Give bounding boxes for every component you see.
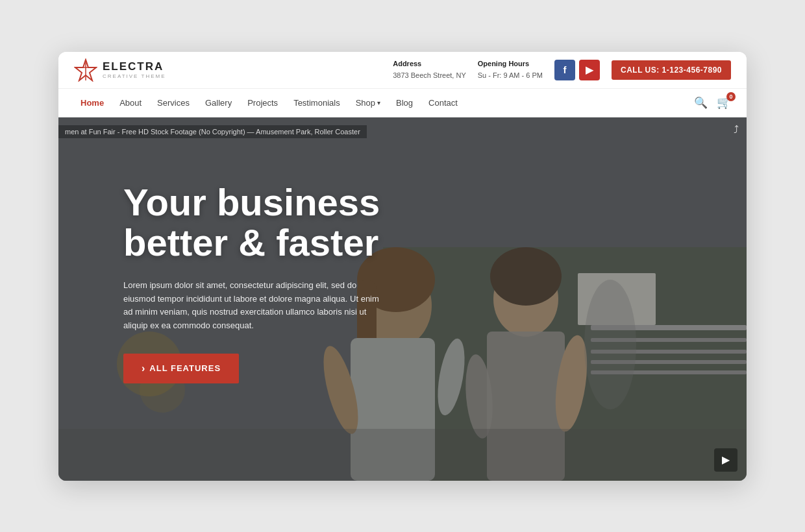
nav-item-blog[interactable]: Blog [390, 95, 419, 110]
nav-link-testimonials[interactable]: Testimonials [287, 95, 347, 110]
hours-label: Opening Hours [478, 58, 543, 70]
cart-button[interactable]: 🛒 0 [717, 95, 731, 110]
youtube-button[interactable]: ▶ [579, 60, 600, 80]
facebook-button[interactable]: f [554, 60, 575, 80]
nav-item-gallery[interactable]: Gallery [199, 95, 238, 110]
play-button[interactable]: ▶ [714, 448, 737, 472]
nav-link-services[interactable]: Services [151, 95, 196, 110]
nav-link-about[interactable]: About [113, 95, 148, 110]
nav-link-home[interactable]: Home [74, 95, 110, 110]
address-block: Address 3873 Beech Street, NY [393, 58, 466, 81]
top-bar: ELECTRA CREATIVE THEME Address 3873 Beec… [58, 52, 747, 89]
header-right: Address 3873 Beech Street, NY Opening Ho… [393, 58, 731, 81]
shop-dropdown-icon: ▾ [377, 99, 380, 106]
logo-text: ELECTRA CREATIVE THEME [103, 60, 166, 79]
hours-value: Su - Fr: 9 AM - 6 PM [478, 70, 543, 82]
hero-section: men at Fun Fair - Free HD Stock Footage … [58, 117, 747, 481]
nav-link-projects[interactable]: Projects [241, 95, 284, 110]
nav-item-home[interactable]: Home [74, 95, 110, 110]
nav-item-contact[interactable]: Contact [422, 95, 464, 110]
logo-sub: CREATIVE THEME [103, 73, 166, 79]
nav-item-projects[interactable]: Projects [241, 95, 284, 110]
cart-badge: 0 [726, 92, 736, 101]
browser-window: ELECTRA CREATIVE THEME Address 3873 Beec… [58, 52, 747, 481]
social-icons: f ▶ [554, 60, 600, 80]
hero-title: Your business better & faster [123, 182, 383, 263]
logo-icon [74, 58, 97, 82]
nav-item-about[interactable]: About [113, 95, 148, 110]
search-button[interactable]: 🔍 [694, 96, 708, 110]
nav-link-gallery[interactable]: Gallery [199, 95, 238, 110]
video-caption: men at Fun Fair - Free HD Stock Footage … [58, 125, 367, 138]
nav-bar: Home About Services Gallery Projects Tes… [58, 89, 747, 117]
nav-link-blog[interactable]: Blog [390, 95, 419, 110]
cta-button[interactable]: ALL FEATURES [123, 354, 239, 383]
hero-content: Your business better & faster Lorem ipsu… [123, 182, 383, 383]
nav-right: 🔍 🛒 0 [694, 95, 731, 110]
nav-link-contact[interactable]: Contact [422, 95, 464, 110]
nav-item-shop[interactable]: Shop ▾ [349, 95, 387, 110]
nav-link-shop[interactable]: Shop ▾ [349, 95, 387, 110]
nav-links: Home About Services Gallery Projects Tes… [74, 95, 464, 110]
nav-item-services[interactable]: Services [151, 95, 196, 110]
logo-name: ELECTRA [103, 60, 166, 73]
logo-area: ELECTRA CREATIVE THEME [74, 58, 166, 82]
address-label: Address [393, 58, 466, 70]
hours-block: Opening Hours Su - Fr: 9 AM - 6 PM [478, 58, 543, 81]
call-button[interactable]: CALL US: 1-123-456-7890 [612, 60, 731, 80]
share-button[interactable]: ⤴ [734, 124, 739, 136]
hero-description: Lorem ipsum dolor sit amet, consectetur … [123, 279, 383, 333]
address-value: 3873 Beech Street, NY [393, 70, 466, 82]
nav-item-testimonials[interactable]: Testimonials [287, 95, 347, 110]
